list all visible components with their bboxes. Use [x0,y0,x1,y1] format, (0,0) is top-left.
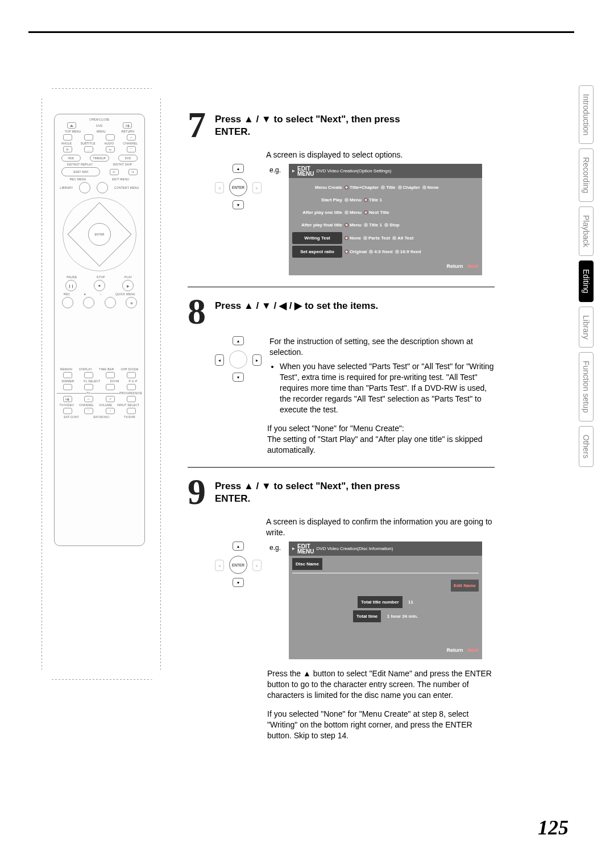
radio-icon [364,223,368,227]
step-9-header: 9 Press ▲ / ▼ to select "Next", then pre… [188,478,495,506]
lbl-stop: STOP [97,275,105,279]
osd-option: 4:3 fixed [374,246,392,257]
rule2 [90,393,120,394]
btn-recmenu [79,182,90,193]
osd-next: Next [468,261,479,272]
lbl-star: ★ [84,292,86,296]
btn-subtitle: … [84,146,93,152]
stop-icon: ■ [94,280,105,291]
down-arrow-icon: ▾ [233,200,244,209]
lbl-openclose: OPEN/CLOSE [57,118,142,121]
radio-icon [345,236,349,240]
right-arrow-icon: ▸ [252,182,262,193]
btn-rec [62,297,73,308]
eg-label: e.g. [269,164,281,176]
tv-power-icon: I/ϕ [63,396,72,402]
lbl-progressive: PROGRESSIVE [119,391,142,395]
lbl-instantskip: INSTNT SKIP [113,163,132,166]
osd-option: Title+Chapter [350,182,379,193]
lbl-volume: VOLUME [99,403,112,407]
step9-p2: If you selected "None" for "Menu Create"… [267,709,495,741]
radio-icon [384,223,388,227]
step-9-body: A screen is displayed to confirm the inf… [215,516,495,741]
lbl-channel: CHANNEL [123,142,138,145]
total-title-label: Total title number [358,596,403,608]
btn-instantreplay: ↶ [110,169,119,175]
lbl-satmono: SAT.MONO. [93,415,110,419]
btn-return [106,134,115,140]
btn-topmenu [63,134,72,140]
lbl-zoom: ZOOM [110,379,119,383]
lbl-ch: CHANNEL [79,403,94,407]
total-time-value: 1 hour 24 min. [387,614,418,619]
lbl-tvdvr: TV/DVR [124,415,135,419]
lbl-quickmenu: QUICK MENU [115,292,135,296]
lbl-display: DISPLAY [79,367,92,371]
radio-icon [392,236,396,240]
tab-library: Library [579,307,594,348]
btn-instantskip: ↷ [128,169,138,175]
lbl-chpdivide: CHP DIVIDE [121,367,139,371]
btn-angle: ⟳ [63,146,72,152]
radio-icon [345,223,349,227]
enter-icon: ENTER [229,178,247,196]
tab-function-setup: Function setup [579,352,594,421]
lbl-return: RETURN [122,130,135,133]
btn-quickmenu: ⊕ [126,297,137,308]
osd-option: Chapter [403,182,420,193]
osd-row-label: Set aspect ratio [292,246,342,258]
lbl-inputselect: INPUT SELECT [117,403,139,407]
up-arrow-icon: ▴ [233,336,244,345]
osd-row-label: Writing Test [292,232,342,244]
step-7-intro: A screen is displayed to select options. [266,150,495,160]
lbl-o: ○ [100,292,102,296]
b-prog [127,396,136,402]
radio-icon [422,185,426,189]
lbl-play: PLAY [125,275,132,279]
b1 [63,372,72,378]
radio-icon [345,198,349,202]
left-arrow-icon: ◂ [215,560,224,571]
lbl-menu: MENU [97,130,106,133]
radio-icon [345,210,349,214]
lbl-topmenu: TOP MENU [65,130,81,133]
step-7-title-line2: ENTER. [215,126,250,137]
separator [188,287,495,287]
play-icon: ▸ [292,166,295,176]
osd-option: Menu [350,195,362,205]
lbl-flselect: FL SELECT [84,379,100,383]
btn-easy: EASY NAVI [61,167,100,176]
osd9-subtitle: DVD Video Creation(Disc Information) [316,543,393,554]
btn-volup: ＋ [106,396,115,402]
b6 [84,384,93,390]
lbl-pinp: P in P [128,379,137,383]
step-9-number: 9 [188,478,215,506]
chapter-tabs: Introduction Recording Playback Editing … [579,85,598,472]
down-arrow-icon: ▾ [233,578,244,587]
osd-option: Next Title [369,207,389,218]
tab-others: Others [579,426,594,467]
total-time-label: Total time [353,610,381,622]
dpad-icon-4way: ▴ ▾ ◂ ▸ [215,336,262,382]
edit-name-button: Edit Name [451,580,479,592]
step8-p3: The setting of "Start Play" and "After p… [267,434,495,456]
osd-option: Original [350,246,367,257]
lbl-contentmenu: CONTENT MENU [114,186,139,189]
btn-menu [84,134,93,140]
osd-option-settings: ▸ EDITMENU DVD Video Creation(Option Set… [289,164,482,275]
lbl-angle: ANGLE [61,142,72,145]
btn-enter: ENTER [88,223,111,246]
osd-option: Title [386,182,395,193]
osd-option: 16:9 fixed [400,246,421,257]
eject-icon: ⏏ [67,122,76,129]
power-icon: I/ϕ [123,122,132,129]
radio-icon [395,250,399,254]
right-arrow-icon: ▸ [252,560,262,571]
b7 [106,384,115,390]
b3 [106,372,115,378]
lbl-instantreplay: INSTANT REPLAY [67,163,93,166]
instruction-content: 7 Press ▲ / ▼ to select "Next", then pre… [188,111,495,753]
osd-option: Menu [350,220,362,230]
remote-control-illustration: OPEN/CLOSE ⏏DVDI/ϕ TOP MENUMENURETURN ︿ … [54,114,145,546]
step9-p1: Press the ▲ button to select "Edit Name"… [267,668,495,701]
